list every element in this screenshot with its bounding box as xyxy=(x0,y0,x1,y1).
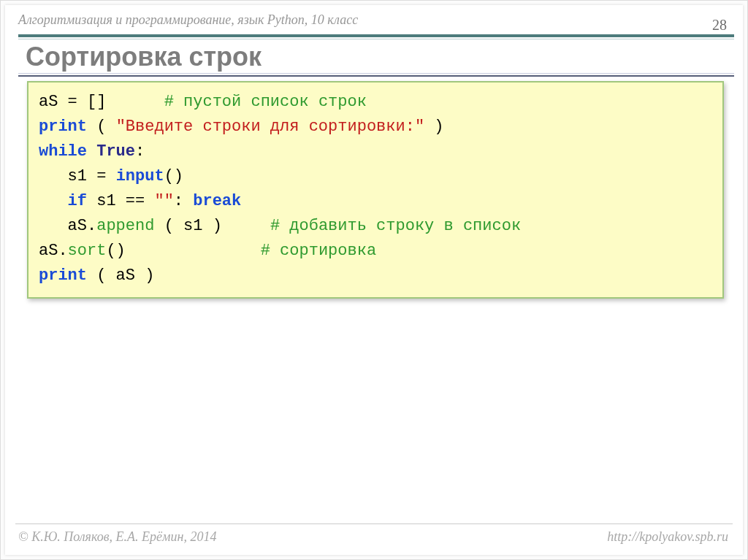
code-token: aS xyxy=(39,93,58,111)
code-token: () xyxy=(164,167,183,185)
code-token: ( aS ) xyxy=(87,266,154,285)
footer-url: http://kpolyakov.spb.ru xyxy=(607,529,728,545)
code-token: () xyxy=(106,242,125,260)
code-token xyxy=(87,142,96,161)
code-token: aS. xyxy=(68,217,97,235)
code-token: : xyxy=(135,142,145,161)
code-token: s1 == xyxy=(87,192,154,210)
code-token: # пустой список строк xyxy=(164,93,367,111)
code-token: ) xyxy=(424,118,443,136)
page-title: Сортировка строк xyxy=(26,42,262,72)
code-token: # сортировка xyxy=(261,242,376,260)
code-token: ( s1 ) xyxy=(154,217,221,235)
code-token: : xyxy=(174,192,193,210)
code-token: input xyxy=(116,167,164,185)
code-token: = xyxy=(87,167,116,185)
code-token: append xyxy=(96,217,154,235)
code-line: aS.append ( s1 ) # добавить строку в спи… xyxy=(39,214,712,239)
code-block: aS = [] # пустой список строкprint ( "Вв… xyxy=(27,81,724,299)
code-token: while xyxy=(39,142,87,161)
code-token: print xyxy=(39,118,87,136)
slide: Алгоритмизация и программирование, язык … xyxy=(0,0,748,560)
code-line: while True: xyxy=(39,139,712,164)
code-token: aS. xyxy=(39,242,68,260)
code-line: aS.sort() # сортировка xyxy=(39,239,712,264)
slide-inner: Алгоритмизация и программирование, язык … xyxy=(5,5,743,555)
code-token: sort xyxy=(68,242,107,260)
footer-copyright: © К.Ю. Поляков, Е.А. Ерёмин, 2014 xyxy=(18,529,216,545)
code-line: print ( "Введите строки для сортировки:"… xyxy=(39,115,712,139)
code-line: if s1 == "": break xyxy=(39,189,712,214)
footer-rule xyxy=(15,523,733,524)
code-line: print ( aS ) xyxy=(39,264,712,288)
code-token: # добавить строку в список xyxy=(270,217,521,235)
code-token xyxy=(126,242,261,260)
code-token: break xyxy=(193,192,241,210)
code-token: [] xyxy=(87,93,106,111)
code-token: ( xyxy=(87,118,116,136)
breadcrumb: Алгоритмизация и программирование, язык … xyxy=(18,12,358,28)
code-token: if xyxy=(68,192,87,210)
title-rule-top xyxy=(18,34,734,37)
code-line: aS = [] # пустой список строк xyxy=(39,90,712,115)
code-token: print xyxy=(39,266,87,285)
code-token: "" xyxy=(154,192,173,210)
code-token xyxy=(222,217,270,235)
code-token: s1 xyxy=(68,167,87,185)
code-line: s1 = input() xyxy=(39,164,712,189)
code-token: "Введите строки для сортировки:" xyxy=(116,118,424,136)
code-token xyxy=(106,93,164,111)
page-number: 28 xyxy=(712,17,727,34)
code-token: True xyxy=(96,142,135,161)
title-rule-bottom xyxy=(18,75,734,77)
code-token: = xyxy=(58,93,87,111)
